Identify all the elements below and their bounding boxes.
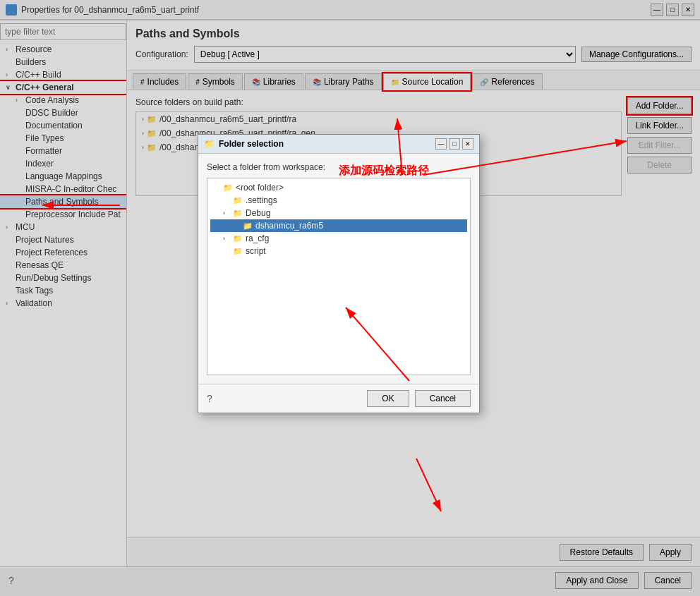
tree-item-label: ra_cfg bbox=[246, 233, 269, 243]
tree-item-label: <root folder> bbox=[236, 183, 284, 193]
dialog-help-icon[interactable]: ? bbox=[207, 393, 212, 404]
tree-item-ra-cfg[interactable]: ›📁ra_cfg bbox=[210, 232, 467, 245]
dialog-footer: ? OK Cancel bbox=[198, 384, 479, 413]
dialog-close-button[interactable]: ✕ bbox=[462, 138, 473, 150]
tree-item-debug[interactable]: ›📁Debug bbox=[210, 207, 467, 219]
tree-item-label: script bbox=[246, 246, 266, 256]
tree-item-root-folder[interactable]: 📁<root folder> bbox=[210, 181, 467, 194]
tree-item-label: Debug bbox=[246, 208, 270, 218]
tree-item-script[interactable]: 📁script bbox=[210, 245, 467, 257]
dialog-overlay: 📁 Folder selection — □ ✕ Select a folder… bbox=[0, 0, 700, 596]
tree-arrow-icon: › bbox=[223, 209, 230, 217]
tree-folder-icon: 📁 bbox=[233, 209, 243, 218]
dialog-body: Select a folder from workspace: 📁<root f… bbox=[198, 154, 479, 384]
dialog-title-icon: 📁 bbox=[204, 139, 215, 149]
tree-item-label: dshanmcu_ra6m5 bbox=[255, 221, 323, 231]
dialog-ok-button[interactable]: OK bbox=[367, 390, 409, 407]
dialog-footer-right: OK Cancel bbox=[367, 390, 471, 407]
folder-selection-dialog: 📁 Folder selection — □ ✕ Select a folder… bbox=[198, 134, 480, 413]
tree-folder-icon: 📁 bbox=[233, 247, 243, 256]
tree-item-label: .settings bbox=[246, 195, 277, 205]
dialog-instruction: Select a folder from workspace: bbox=[207, 162, 471, 172]
dialog-controls: — □ ✕ bbox=[435, 138, 473, 150]
tree-arrow-icon: › bbox=[223, 235, 230, 242]
tree-item-settings[interactable]: 📁.settings bbox=[210, 194, 467, 207]
dialog-title-text: Folder selection bbox=[219, 139, 431, 149]
dialog-maximize-button[interactable]: □ bbox=[449, 138, 460, 150]
workspace-tree: 📁<root folder>📁.settings›📁Debug📁dshanmcu… bbox=[207, 178, 471, 375]
dialog-minimize-button[interactable]: — bbox=[435, 138, 447, 150]
tree-folder-icon: 📁 bbox=[233, 234, 243, 243]
dialog-titlebar: 📁 Folder selection — □ ✕ bbox=[198, 135, 479, 154]
tree-folder-icon: 📁 bbox=[233, 196, 243, 205]
tree-folder-icon: 📁 bbox=[243, 221, 253, 231]
tree-folder-icon: 📁 bbox=[223, 183, 233, 193]
tree-item-dshanmcu-ra6m5[interactable]: 📁dshanmcu_ra6m5 bbox=[210, 219, 467, 232]
dialog-cancel-button[interactable]: Cancel bbox=[415, 390, 471, 407]
